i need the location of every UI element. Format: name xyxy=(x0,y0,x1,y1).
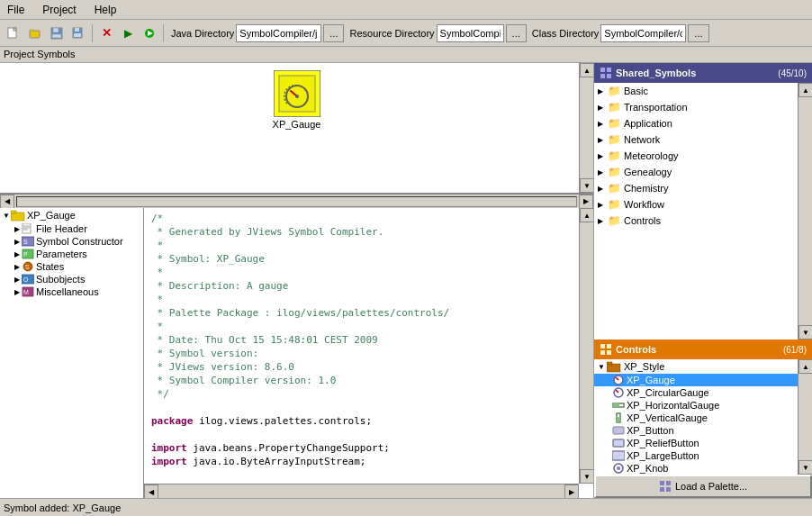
svg-rect-36 xyxy=(607,344,611,349)
toolbar-saveall[interactable] xyxy=(68,23,88,43)
shared-vscroll-down[interactable]: ▼ xyxy=(798,325,812,339)
folder-icon-wf: 📁 xyxy=(607,198,621,211)
tree-item-fileheader[interactable]: ▶ File Header xyxy=(0,222,143,235)
folder-icon-trans: 📁 xyxy=(607,101,621,113)
rp-xp-style-folder[interactable]: ▼ XP_Style xyxy=(594,359,798,374)
rp-xp-gauge[interactable]: XP_Gauge xyxy=(594,374,798,386)
rp-xp-circulargauge[interactable]: XP_CircularGauge xyxy=(594,386,798,399)
symbol-preview: XP_Gauge xyxy=(0,63,593,137)
menu-help[interactable]: Help xyxy=(91,3,121,17)
class-dir-browse[interactable]: ... xyxy=(688,24,708,42)
svg-rect-37 xyxy=(600,350,605,355)
sep1 xyxy=(92,24,93,42)
resource-dir-input[interactable] xyxy=(437,24,504,42)
hscroll-track[interactable] xyxy=(16,196,577,207)
toolbar-run[interactable]: ▶ xyxy=(118,23,138,43)
split-area: ▼ XP_Gauge ▶ File Header ▶ S Symbol Cons… xyxy=(0,208,593,498)
vscroll-up[interactable]: ▲ xyxy=(580,63,593,77)
hscroll-left[interactable]: ◀ xyxy=(0,195,14,209)
rp-item-chemistry[interactable]: ▶ 📁 Chemistry xyxy=(594,180,798,196)
toolbar-save[interactable] xyxy=(47,23,67,43)
code-hscroll-left[interactable]: ◀ xyxy=(144,484,158,498)
controls-vscroll-down[interactable]: ▼ xyxy=(798,460,812,475)
rp-xp-button[interactable]: XP_Button xyxy=(594,424,798,437)
svg-point-14 xyxy=(295,95,299,98)
preview-hscroll: ◀ ▶ xyxy=(0,194,593,208)
svg-rect-55 xyxy=(666,481,671,485)
toolbar-new[interactable] xyxy=(4,23,23,43)
resource-dir-browse[interactable]: ... xyxy=(506,24,527,42)
xp-largebtn-icon xyxy=(612,450,625,461)
rp-xp-vgauge[interactable]: XP_VerticalGauge xyxy=(594,412,798,424)
rp-arrow-app: ▶ xyxy=(598,120,607,128)
left-panel: XP_Gauge ▲ ▼ ◀ ▶ ▼ xyxy=(0,63,594,498)
xp-gauge-icon xyxy=(612,375,625,385)
svg-rect-31 xyxy=(600,68,605,72)
tree-item-subobjects[interactable]: ▶ O Subobjects xyxy=(0,273,143,285)
menu-file[interactable]: File xyxy=(4,3,28,17)
tree-item-states[interactable]: ▶ S States xyxy=(0,260,143,273)
shared-vscroll-up[interactable]: ▲ xyxy=(798,83,812,97)
rp-xp-hgauge[interactable]: XP_HorizontalGauge xyxy=(594,399,798,412)
rp-item-basic[interactable]: ▶ 📁 Basic xyxy=(594,83,798,99)
controls-section: Controls (61/8) ▼ XP_Style xyxy=(594,339,812,475)
rp-item-meteorology[interactable]: ▶ 📁 Meteorology xyxy=(594,148,798,164)
rp-arrow-basic: ▶ xyxy=(598,87,607,95)
java-dir-input[interactable] xyxy=(236,24,321,42)
rp-item-controls-shared[interactable]: ▶ 📁 Controls xyxy=(594,213,798,229)
rp-item-genealogy[interactable]: ▶ 📁 Genealogy xyxy=(594,164,798,180)
tree-item-params[interactable]: ▶ P Parameters xyxy=(0,248,143,260)
svg-rect-51 xyxy=(612,451,625,460)
rp-xp-reliefbtn[interactable]: XP_ReliefButton xyxy=(594,437,798,449)
xp-reliefbtn-icon xyxy=(612,438,625,448)
toolbar-compile[interactable] xyxy=(140,23,159,43)
project-symbols-header: Project Symbols xyxy=(0,47,812,63)
xp-hgauge-icon xyxy=(612,400,625,411)
svg-rect-8 xyxy=(75,28,79,32)
rp-item-workflow[interactable]: ▶ 📁 Workflow xyxy=(594,196,798,213)
svg-rect-39 xyxy=(607,364,620,372)
svg-rect-5 xyxy=(53,28,59,32)
shared-vscroll: ▲ ▼ xyxy=(798,83,812,339)
code-vscroll-down[interactable]: ▼ xyxy=(580,469,593,484)
tree-arrow-xpgauge: ▼ xyxy=(2,211,11,220)
rp-xp-knob[interactable]: XP_Knob xyxy=(594,462,798,475)
svg-rect-32 xyxy=(607,68,611,72)
code-content[interactable]: /* * Generated by JViews Symbol Compiler… xyxy=(144,208,579,498)
states-icon: S xyxy=(22,261,34,272)
svg-rect-1 xyxy=(14,28,16,31)
vscroll-down[interactable]: ▼ xyxy=(580,178,593,193)
menu-project[interactable]: Project xyxy=(39,3,79,17)
tree-item-constructor[interactable]: ▶ S Symbol Constructor xyxy=(0,235,143,248)
controls-vscroll-up[interactable]: ▲ xyxy=(798,359,812,374)
load-palette-button[interactable]: Load a Palette... xyxy=(594,475,812,498)
code-vscroll-up[interactable]: ▲ xyxy=(580,208,593,222)
tree-item-misc[interactable]: ▶ M Miscellaneous xyxy=(0,285,143,298)
svg-text:O: O xyxy=(23,276,29,283)
tree-item-xpgauge[interactable]: ▼ XP_Gauge xyxy=(0,208,143,222)
rp-arrow-gen: ▶ xyxy=(598,168,607,177)
shared-symbols-tree: ▶ 📁 Basic ▶ 📁 Transportation ▶ 📁 Ap xyxy=(594,83,798,339)
statusbar: Symbol added: XP_Gauge xyxy=(0,498,812,516)
rp-item-network[interactable]: ▶ 📁 Network xyxy=(594,131,798,148)
tree-arrow-sub: ▶ xyxy=(13,275,22,284)
code-hscroll-right[interactable]: ▶ xyxy=(564,484,579,498)
svg-text:P: P xyxy=(23,251,28,258)
toolbar-open[interactable] xyxy=(25,23,45,43)
class-dir-input[interactable] xyxy=(600,24,686,42)
resource-dir-label: Resource Directory xyxy=(349,28,434,39)
hscroll-right[interactable]: ▶ xyxy=(579,195,593,209)
svg-rect-56 xyxy=(660,487,664,492)
svg-rect-16 xyxy=(11,211,16,213)
tree-arrow-ctor: ▶ xyxy=(13,237,22,246)
rp-xp-largebtn[interactable]: XP_LargeButton xyxy=(594,449,798,462)
toolbar-stop[interactable]: ✕ xyxy=(96,23,116,43)
params-icon: P xyxy=(22,249,34,259)
toolbar: ✕ ▶ Java Directory ... Resource Director… xyxy=(0,20,812,47)
java-dir-browse[interactable]: ... xyxy=(323,24,344,42)
rp-item-application[interactable]: ▶ 📁 Application xyxy=(594,115,798,131)
folder-icon-net: 📁 xyxy=(607,133,621,146)
rp-item-transportation[interactable]: ▶ 📁 Transportation xyxy=(594,99,798,115)
svg-rect-57 xyxy=(666,487,671,492)
misc-icon: M xyxy=(22,286,34,297)
